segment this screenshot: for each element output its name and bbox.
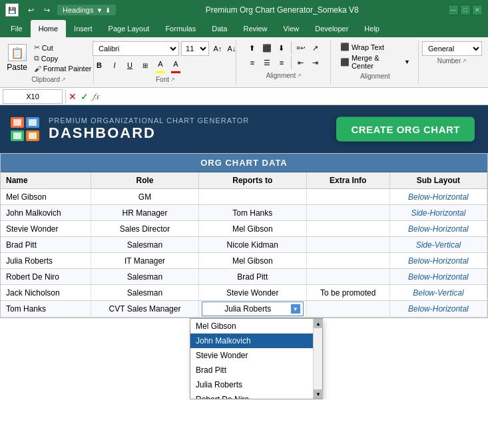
tab-home[interactable]: Home (31, 20, 66, 37)
dropdown-item[interactable]: John Malkovich (190, 334, 313, 348)
confirm-formula-icon[interactable]: ✓ (81, 91, 89, 102)
font-color-button[interactable]: A (169, 57, 182, 71)
dropdown-item[interactable]: Julia Roberts (190, 377, 313, 392)
cell-reports: Nicole Kidman (198, 237, 306, 253)
format-painter-button[interactable]: 🖌 Format Painter (33, 64, 93, 73)
wrap-text-label: Wrap Text (352, 43, 384, 51)
cell-role: Salesman (91, 269, 199, 285)
table-row: Julia RobertsIT ManagerMel GibsonBelow-H… (1, 253, 487, 269)
dropdown-item[interactable]: Brad Pitt (190, 363, 313, 377)
cancel-formula-icon[interactable]: ✕ (69, 91, 77, 102)
dropdown-arrow-icon[interactable]: ▼ (291, 304, 300, 314)
cell-extra (306, 189, 389, 205)
undo-icon[interactable]: ↩ (24, 3, 37, 17)
clipboard-expand-icon[interactable]: ↗ (61, 77, 66, 83)
cell-extra (306, 237, 389, 253)
create-org-chart-button[interactable]: CREATE ORG CHART (336, 117, 475, 142)
close-btn[interactable]: ✕ (472, 5, 483, 15)
reports-to-dropdown: Mel GibsonJohn MalkovichStevie WonderBra… (190, 319, 322, 399)
tab-file[interactable]: File (3, 20, 31, 37)
font-expand-icon[interactable]: ↗ (170, 77, 175, 83)
filter-icon[interactable]: ▼ (96, 7, 103, 14)
font-family-select[interactable]: Calibri (93, 41, 179, 56)
clipboard-sub: ✂ Cut ⧉ Copy 🖌 Format Painter (33, 43, 93, 73)
dropdown-cell-inner: Julia Roberts▼ (202, 302, 304, 316)
formula-input[interactable] (105, 93, 485, 101)
wrap-label-text: Alignment (360, 73, 389, 80)
align-center-btn[interactable]: ☰ (260, 56, 274, 69)
align-top-btn[interactable]: ⬆ (246, 41, 259, 55)
align-row1: ⬆ ⬛ ⬇ ≡↩ ↗ (246, 41, 322, 55)
dropdown-item[interactable]: Robert De Niro (190, 392, 313, 399)
tab-developer[interactable]: Developer (307, 20, 356, 37)
font-group-content: Calibri 11 A↑ A↓ B I U ⊞ A (93, 41, 238, 75)
tab-formulas[interactable]: Formulas (157, 20, 204, 37)
cell-role: HR Manager (91, 205, 199, 221)
clipboard-group: 📋 Paste ✂ Cut ⧉ Copy 🖌 Format Painter C (4, 40, 94, 85)
cut-icon: ✂ (34, 43, 40, 52)
merge-center-btn[interactable]: ⬛ Merge & Center ▼ (338, 53, 413, 71)
col-header-reports: Reports to (198, 172, 306, 189)
formula-bar: ✕ ✓ 𝑓𝑥 (0, 88, 488, 105)
dropdown-item[interactable]: Stevie Wonder (190, 348, 313, 363)
clipboard-label: Clipboard ↗ (31, 76, 66, 83)
save-icon[interactable]: 💾 (5, 3, 19, 17)
dropdown-item[interactable]: Mel Gibson (190, 319, 313, 334)
alignment-label: Alignment ↗ (266, 72, 302, 79)
tab-data[interactable]: Data (204, 20, 235, 37)
indent-less-btn[interactable]: ⇤ (294, 56, 308, 69)
cut-button[interactable]: ✂ Cut (33, 43, 93, 53)
align-right-btn[interactable]: ≡ (275, 56, 288, 69)
tab-view[interactable]: View (276, 20, 308, 37)
underline-button[interactable]: U (123, 59, 136, 72)
table-section-title: ORG CHART DATA (1, 154, 487, 172)
fill-color-button[interactable]: A (154, 57, 167, 71)
dashboard-icon (11, 117, 39, 141)
font-shrink-btn[interactable]: A↓ (225, 42, 238, 55)
minimize-btn[interactable]: — (448, 5, 459, 15)
wrap-text-btn[interactable]: ≡↩ (294, 41, 308, 55)
icon-box-orange (11, 117, 24, 128)
paste-button[interactable]: 📋 Paste (5, 44, 30, 72)
align-bottom-btn[interactable]: ⬇ (275, 41, 288, 55)
copy-button[interactable]: ⧉ Copy (33, 53, 93, 63)
font-grow-btn[interactable]: A↑ (211, 42, 224, 55)
number-expand-icon[interactable]: ↗ (462, 58, 467, 64)
number-group: General Number ↗ (420, 40, 484, 85)
number-format-select[interactable]: General (422, 41, 482, 56)
tab-page-layout[interactable]: Page Layout (101, 20, 158, 37)
indent-more-btn[interactable]: ⇥ (309, 56, 322, 69)
icon-box-blue (26, 117, 39, 128)
tab-insert[interactable]: Insert (66, 20, 101, 37)
dropdown-cell-text: Julia Roberts (205, 304, 291, 314)
font-size-select[interactable]: 11 (181, 41, 209, 56)
tab-review[interactable]: Review (235, 20, 275, 37)
wrap-text-group-btn[interactable]: ⬛ Wrap Text (338, 41, 413, 53)
merge-dropdown-icon[interactable]: ▼ (404, 59, 410, 65)
align-left-btn[interactable]: ≡ (246, 56, 259, 69)
cell-sub-layout: Side-Horizontal (389, 205, 487, 221)
angle-text-btn[interactable]: ↗ (309, 41, 322, 55)
scroll-down-btn[interactable]: ▼ (314, 389, 323, 399)
redo-icon[interactable]: ↪ (40, 3, 53, 17)
tab-help[interactable]: Help (356, 20, 387, 37)
cell-reports[interactable]: Julia Roberts▼ (198, 301, 306, 318)
active-group-label: Headings (63, 6, 93, 14)
scroll-up-btn[interactable]: ▲ (314, 319, 323, 328)
cell-reference-input[interactable] (3, 89, 63, 104)
font-color-bar (171, 71, 180, 73)
cell-role: CVT Sales Manager (91, 301, 199, 318)
alignment-expand-icon[interactable]: ↗ (297, 73, 302, 79)
table-row: John MalkovichHR ManagerTom HanksSide-Ho… (1, 205, 487, 221)
italic-button[interactable]: I (108, 59, 121, 72)
dashboard-text: PREMIUM ORGANIZATIONAL CHART GENERATOR D… (49, 116, 249, 142)
more-icon[interactable]: ⬇ (105, 7, 111, 14)
paste-label: Paste (7, 63, 27, 72)
border-button[interactable]: ⊞ (138, 59, 152, 72)
fx-icon[interactable]: 𝑓𝑥 (93, 91, 99, 102)
number-label: Number ↗ (437, 57, 467, 65)
cell-extra (306, 205, 389, 221)
maximize-btn[interactable]: □ (460, 5, 471, 15)
align-middle-btn[interactable]: ⬛ (260, 41, 274, 55)
bold-button[interactable]: B (93, 59, 106, 72)
